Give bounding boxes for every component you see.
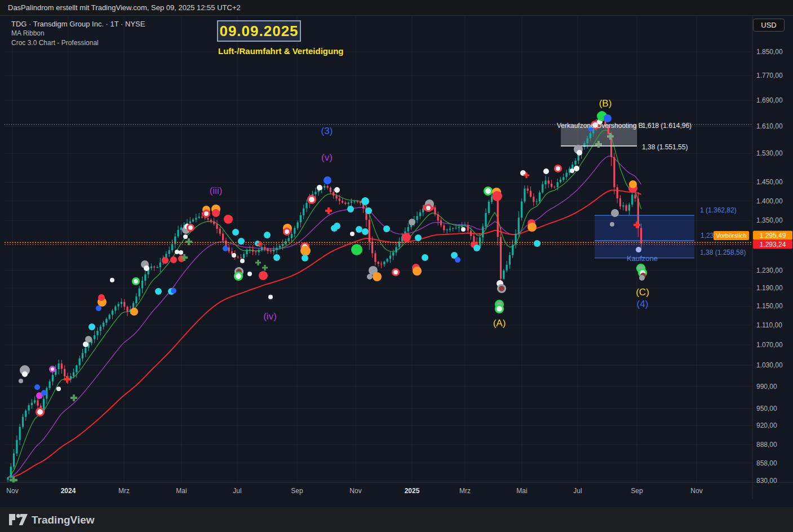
chart-canvas[interactable]: 1.850,001.770,001.690,001.610,001.530,00…	[0, 0, 793, 532]
signal-dot	[473, 245, 480, 251]
wave-label-B[interactable]: (B)	[599, 98, 612, 109]
signal-dot	[162, 257, 169, 264]
price-tick-label: 1.850,00	[756, 48, 783, 56]
level-1618-label: 1,618 (1.614,96)	[642, 122, 692, 130]
signal-dot	[534, 240, 541, 247]
signal-dot	[130, 308, 138, 316]
signal-dot	[347, 206, 354, 212]
signal-dot	[22, 371, 28, 377]
ma-ribbon-lower-line	[8, 156, 641, 477]
wave-label-C[interactable]: (C)	[636, 287, 649, 298]
signal-dot	[415, 234, 422, 241]
signal-dot	[240, 259, 245, 263]
signal-dot	[361, 197, 369, 205]
tradingview-snapshot: DasPalindrom erstellt mit TradingView.co…	[0, 0, 793, 532]
logo-mark-7	[19, 514, 28, 525]
price-tick-label: 1.690,00	[756, 96, 783, 104]
price-tick-label: 1.610,00	[756, 122, 783, 130]
signal-plus	[185, 238, 192, 245]
signal-dot	[110, 278, 114, 282]
tradingview-logo[interactable]: TradingView	[8, 511, 132, 528]
signal-dot	[413, 267, 422, 276]
sell-zone-label[interactable]: Verkaufzone Overshooting B	[557, 122, 643, 130]
footer-brand-text: TradingView	[32, 514, 95, 526]
signal-plus	[262, 265, 268, 271]
signal-ring	[498, 285, 506, 292]
signal-dot	[383, 225, 390, 232]
logo-mark-dot	[16, 514, 20, 518]
signal-dot	[367, 274, 373, 280]
signal-dot	[528, 223, 537, 232]
price-tick-label: 1.230,00	[756, 267, 783, 274]
price-tick-label: 1.030,00	[756, 361, 783, 369]
signal-dot	[273, 254, 280, 261]
signal-dot	[455, 257, 460, 263]
signal-dot	[334, 187, 340, 193]
time-tick-label: Mai	[516, 487, 527, 495]
wave-label-iv[interactable]: (iv)	[263, 311, 277, 322]
signal-dot	[302, 255, 308, 261]
wave-label-4[interactable]: (4)	[637, 299, 649, 310]
signal-dot	[636, 247, 641, 252]
signal-dot	[351, 244, 362, 255]
signal-dot	[409, 219, 415, 225]
time-tick-label: Nov	[349, 487, 361, 495]
signal-dot	[175, 250, 179, 254]
signal-dot	[629, 180, 637, 188]
signal-dot	[212, 209, 220, 217]
buy-zone-label[interactable]: Kaufzone	[627, 254, 658, 263]
price-tick-label: 1.150,00	[756, 302, 783, 310]
signal-dot	[610, 222, 614, 227]
signal-dot	[259, 271, 268, 280]
signal-ring	[308, 196, 316, 203]
time-tick-label: Sep	[291, 487, 303, 495]
time-tick-label: Mai	[176, 487, 187, 495]
signal-dot	[373, 272, 382, 281]
chart-legend: TDG · Transdigm Group Inc. · 1T · NYSE M…	[11, 19, 145, 48]
symbol-title[interactable]: TDG · Transdigm Group Inc. · 1T · NYSE	[11, 19, 145, 29]
fib-123-label: 1,23	[701, 232, 714, 240]
price-tick-label: 1.530,00	[756, 149, 783, 157]
signal-dot	[144, 265, 149, 271]
signal-ring	[133, 278, 139, 285]
signal-dot	[604, 114, 612, 122]
price-tick-label: 888,00	[756, 441, 777, 449]
signal-ring	[284, 229, 290, 235]
wave-label-A[interactable]: (A)	[493, 318, 506, 329]
wave-label-3[interactable]: (3)	[321, 126, 333, 137]
last-price-flag-text: 1.293,24	[760, 241, 786, 249]
indicator-ma-ribbon[interactable]: MA Ribbon	[11, 29, 145, 38]
signal-ring	[188, 225, 194, 231]
price-tick-label: 990,00	[756, 383, 777, 391]
time-tick-label: Sep	[631, 487, 643, 495]
wave-label-iii[interactable]: (iii)	[210, 185, 223, 197]
currency-toggle-button[interactable]: USD	[753, 19, 785, 32]
signal-dot	[570, 169, 574, 173]
signal-ring	[50, 367, 55, 372]
signal-dot	[264, 232, 271, 238]
buy-zone-box[interactable]	[595, 215, 694, 258]
fib-1-label: 1 (1.362,82)	[700, 206, 737, 214]
signal-dot	[96, 305, 101, 311]
indicator-croc-chart[interactable]: Croc 3.0 Chart - Professional	[11, 38, 145, 48]
price-tick-label: 1.400,00	[756, 197, 783, 205]
signal-dot	[179, 250, 183, 255]
price-tick-label: 858,00	[756, 459, 777, 467]
logo-mark-1	[9, 514, 15, 525]
signal-dot	[238, 238, 245, 245]
time-tick-label: Jul	[233, 487, 241, 495]
candle-wicks-down	[38, 114, 641, 414]
signal-dot	[574, 166, 579, 171]
signal-ring	[393, 269, 399, 276]
slow-ma-line	[8, 190, 641, 477]
time-tick-label: Nov	[690, 487, 702, 495]
sector-annotation[interactable]: Luft-/Raumfahrt & Verteidigung	[218, 46, 344, 56]
price-tick-label: 920,00	[756, 422, 777, 429]
date-annotation-box[interactable]: 09.09.2025	[217, 20, 301, 42]
signal-dot	[543, 169, 549, 174]
price-tick-label: 1.350,00	[756, 216, 783, 224]
wave-label-v[interactable]: (v)	[321, 152, 333, 163]
signal-plus	[70, 394, 77, 401]
signal-dot	[171, 288, 176, 294]
signal-ring	[37, 409, 44, 416]
